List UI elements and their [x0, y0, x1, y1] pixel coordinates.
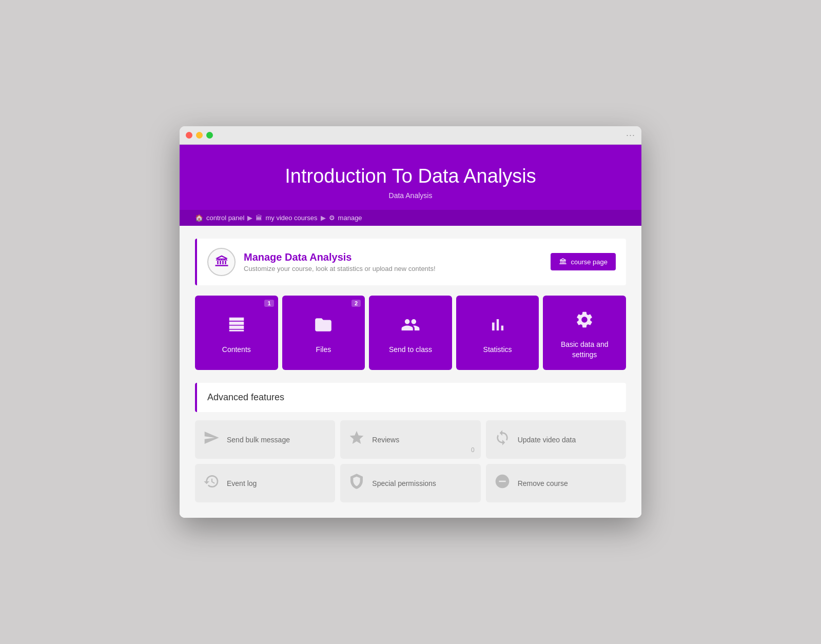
send-to-class-icon	[401, 315, 420, 339]
breadcrumb-courses-label[interactable]: my video courses	[265, 214, 317, 222]
update-video-data-icon	[494, 430, 511, 450]
manage-icon	[207, 248, 236, 276]
remove-course-label: Remove course	[518, 479, 568, 487]
course-page-label: course page	[571, 258, 608, 266]
breadcrumb-courses-icon: 🏛	[256, 214, 262, 222]
breadcrumb-manage-icon: ⚙	[329, 214, 335, 222]
tile-contents[interactable]: 1 Contents	[195, 296, 278, 370]
main-content: Manage Data Analysis Customize your cour…	[180, 226, 641, 518]
files-label: Files	[316, 345, 331, 355]
advanced-section-header: Advanced features	[195, 383, 626, 412]
feature-remove-course[interactable]: Remove course	[486, 464, 626, 502]
tile-files[interactable]: 2 Files	[282, 296, 365, 370]
tile-statistics[interactable]: Statistics	[456, 296, 539, 370]
more-options-icon[interactable]: ···	[626, 130, 635, 141]
contents-icon	[227, 315, 246, 339]
breadcrumb-manage-label[interactable]: manage	[338, 214, 362, 222]
feature-event-log[interactable]: Event log	[195, 464, 335, 502]
statistics-icon	[488, 315, 507, 339]
course-title: Introduction To Data Analysis	[190, 165, 631, 187]
breadcrumb: 🏠 control panel ▶ 🏛 my video courses ▶ ⚙…	[180, 210, 641, 226]
reviews-label: Reviews	[372, 436, 399, 444]
course-subtitle: Data Analysis	[190, 191, 631, 200]
event-log-label: Event log	[227, 479, 257, 487]
update-video-data-label: Update video data	[518, 436, 576, 444]
basic-data-label: Basic data and settings	[548, 340, 621, 360]
breadcrumb-sep-1: ▶	[247, 214, 252, 222]
feature-reviews[interactable]: Reviews 0	[340, 420, 480, 459]
statistics-label: Statistics	[483, 345, 512, 355]
advanced-heading: Advanced features	[207, 392, 616, 403]
course-page-button[interactable]: course page	[551, 253, 616, 270]
event-log-icon	[203, 473, 220, 493]
feature-update-video-data[interactable]: Update video data	[486, 420, 626, 459]
feature-send-bulk-message[interactable]: Send bulk message	[195, 420, 335, 459]
reviews-badge: 0	[471, 446, 475, 454]
course-header: Introduction To Data Analysis Data Analy…	[180, 145, 641, 210]
window-controls	[186, 132, 213, 139]
manage-description: Customize your course, look at statistic…	[244, 265, 436, 272]
reviews-icon	[348, 430, 365, 450]
feature-special-permissions[interactable]: Special permissions	[340, 464, 480, 502]
manage-section: Manage Data Analysis Customize your cour…	[195, 239, 626, 285]
send-bulk-message-icon	[203, 430, 220, 450]
tiles-grid: 1 Contents 2 Fil	[195, 296, 626, 370]
manage-heading-name: Data Analysis	[285, 251, 351, 263]
manage-text: Manage Data Analysis Customize your cour…	[244, 251, 436, 272]
browser-body: Introduction To Data Analysis Data Analy…	[180, 145, 641, 518]
mac-window: ··· Introduction To Data Analysis Data A…	[180, 126, 641, 518]
send-to-class-label: Send to class	[389, 345, 432, 355]
breadcrumb-home-label[interactable]: control panel	[206, 214, 244, 222]
manage-heading: Manage Data Analysis	[244, 251, 436, 263]
contents-badge: 1	[264, 300, 273, 307]
minimize-button[interactable]	[196, 132, 203, 139]
special-permissions-icon	[348, 473, 365, 493]
remove-course-icon	[494, 473, 511, 493]
contents-label: Contents	[222, 345, 251, 355]
manage-left: Manage Data Analysis Customize your cour…	[207, 248, 436, 276]
institution-icon	[214, 254, 229, 269]
files-icon	[314, 315, 333, 339]
close-button[interactable]	[186, 132, 192, 139]
course-page-icon	[559, 258, 567, 266]
titlebar: ···	[180, 126, 641, 145]
tile-basic-data[interactable]: Basic data and settings	[543, 296, 626, 370]
special-permissions-label: Special permissions	[372, 479, 436, 487]
breadcrumb-sep-2: ▶	[321, 214, 326, 222]
breadcrumb-home-icon: 🏠	[195, 214, 203, 222]
files-badge: 2	[351, 300, 361, 307]
basic-data-icon	[575, 310, 594, 334]
tile-send-to-class[interactable]: Send to class	[369, 296, 452, 370]
manage-heading-prefix: Manage	[244, 251, 285, 263]
maximize-button[interactable]	[206, 132, 213, 139]
send-bulk-message-label: Send bulk message	[227, 436, 290, 444]
feature-grid: Send bulk message Reviews 0	[195, 420, 626, 502]
